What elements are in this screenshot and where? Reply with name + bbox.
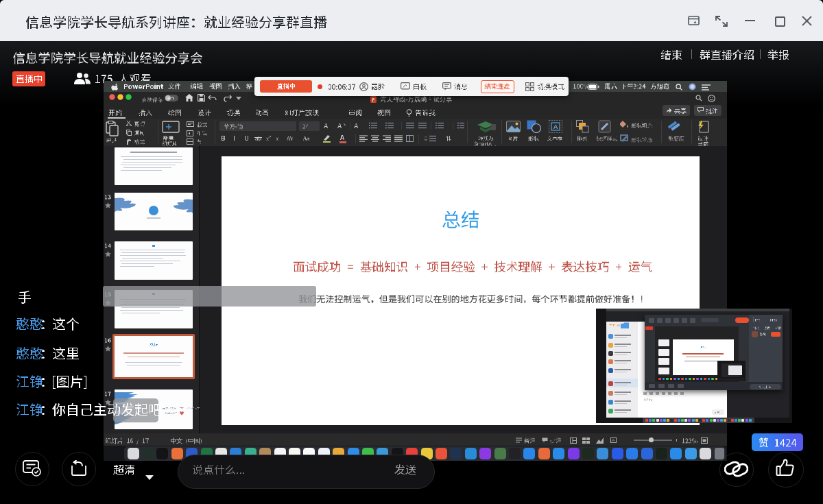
svg-text:A: A [553, 123, 558, 130]
